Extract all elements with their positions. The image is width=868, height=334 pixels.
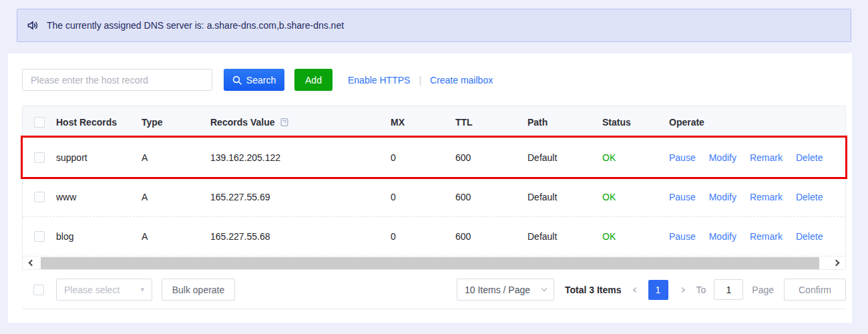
scrollbar-thumb[interactable] xyxy=(41,257,819,269)
banner-text: The currently assigned DNS server is: a.… xyxy=(47,20,344,31)
col-records-value: Records Value xyxy=(210,117,275,128)
record-type: A xyxy=(136,152,205,163)
page-size-select[interactable]: 10 Items / Page xyxy=(457,279,554,301)
page-label: Page xyxy=(752,285,774,295)
row-checkbox[interactable] xyxy=(34,231,45,242)
col-ttl: TTL xyxy=(450,117,522,128)
scroll-left-button[interactable] xyxy=(23,257,41,269)
display-format-icon[interactable] xyxy=(280,118,289,127)
bulk-operate-button[interactable]: Bulk operate xyxy=(162,279,235,301)
delete-link[interactable]: Delete xyxy=(796,192,823,202)
table-row-blog: blog A 165.227.55.68 0 600 Default OK Pa… xyxy=(23,216,845,256)
record-mx: 0 xyxy=(385,192,450,202)
records-table: Host Records Type Records Value MX TTL P… xyxy=(22,106,846,270)
select-all-checkbox[interactable] xyxy=(34,117,45,128)
delete-link[interactable]: Delete xyxy=(796,231,823,242)
operate-cell: Pause Modify Remark Delete xyxy=(664,231,845,242)
pause-link[interactable]: Pause xyxy=(669,192,696,202)
col-path: Path xyxy=(522,117,597,128)
pause-link[interactable]: Pause xyxy=(669,231,696,242)
scrollbar-track[interactable] xyxy=(41,257,827,269)
goto-page-input[interactable] xyxy=(714,279,743,300)
record-path: Default xyxy=(522,231,597,242)
host-record: www xyxy=(51,192,136,202)
remark-link[interactable]: Remark xyxy=(750,231,783,242)
modify-link[interactable]: Modify xyxy=(709,192,736,202)
record-status: OK xyxy=(597,152,664,163)
bulk-controls: Please select ▾ Bulk operate xyxy=(22,279,235,301)
operate-cell: Pause Modify Remark Delete xyxy=(664,192,845,202)
modify-link[interactable]: Modify xyxy=(709,152,736,163)
chevron-right-icon xyxy=(679,287,684,292)
toolbar: Search Add Enable HTTPS | Create mailbox xyxy=(22,69,846,91)
row-checkbox[interactable] xyxy=(34,152,45,163)
next-page-button[interactable] xyxy=(680,288,684,292)
scroll-right-button[interactable] xyxy=(827,257,845,269)
chevron-left-icon xyxy=(632,287,638,292)
chevron-left-icon xyxy=(29,260,35,267)
table-row-www: www A 165.227.55.69 0 600 Default OK Pau… xyxy=(23,177,845,216)
record-value: 165.227.55.68 xyxy=(205,231,385,242)
record-path: Default xyxy=(522,192,597,202)
row-checkbox[interactable] xyxy=(34,192,45,202)
table-header-row: Host Records Type Records Value MX TTL P… xyxy=(23,106,845,138)
magnifier-icon xyxy=(232,75,242,85)
record-ttl: 600 xyxy=(450,152,522,163)
speaker-icon xyxy=(26,19,39,32)
host-record: support xyxy=(51,152,136,163)
table-footer: Please select ▾ Bulk operate 10 Items / … xyxy=(22,279,846,309)
record-mx: 0 xyxy=(385,231,450,242)
record-value: 165.227.55.69 xyxy=(205,192,385,202)
search-button[interactable]: Search xyxy=(224,69,284,91)
dns-records-panel: Search Add Enable HTTPS | Create mailbox… xyxy=(8,53,852,323)
link-divider: | xyxy=(419,75,421,86)
col-status: Status xyxy=(597,117,664,128)
page-size-value: 10 Items / Page xyxy=(465,285,530,295)
record-ttl: 600 xyxy=(450,231,522,242)
record-mx: 0 xyxy=(385,152,450,163)
host-record: blog xyxy=(51,231,136,242)
col-mx: MX xyxy=(385,117,450,128)
dns-server-banner: The currently assigned DNS server is: a.… xyxy=(17,9,851,42)
confirm-button[interactable]: Confirm xyxy=(784,279,846,301)
remark-link[interactable]: Remark xyxy=(750,192,783,202)
search-input[interactable] xyxy=(22,69,212,91)
record-status: OK xyxy=(597,231,664,242)
bulk-select-placeholder: Please select xyxy=(64,285,120,295)
toolbar-links: Enable HTTPS | Create mailbox xyxy=(348,75,493,86)
col-operate: Operate xyxy=(664,117,845,128)
delete-link[interactable]: Delete xyxy=(796,152,823,163)
total-items-label: Total 3 Items xyxy=(565,285,622,295)
goto-label: To xyxy=(696,285,706,295)
record-path: Default xyxy=(522,152,597,163)
record-type: A xyxy=(136,231,205,242)
add-button[interactable]: Add xyxy=(294,69,333,91)
remark-link[interactable]: Remark xyxy=(750,152,783,163)
page-number-button[interactable]: 1 xyxy=(648,280,668,300)
record-type: A xyxy=(136,192,205,202)
operate-cell: Pause Modify Remark Delete xyxy=(664,152,845,163)
table-row-support: support A 139.162.205.122 0 600 Default … xyxy=(23,138,845,177)
pagination: 10 Items / Page Total 3 Items 1 To Page … xyxy=(457,279,846,301)
horizontal-scrollbar xyxy=(23,256,845,269)
footer-select-all-checkbox[interactable] xyxy=(33,285,44,295)
prev-page-button[interactable] xyxy=(634,288,638,292)
pause-link[interactable]: Pause xyxy=(669,152,696,163)
record-ttl: 600 xyxy=(450,192,522,202)
caret-down-icon: ▾ xyxy=(140,285,144,294)
chevron-down-icon xyxy=(541,286,547,291)
record-value: 139.162.205.122 xyxy=(205,152,385,163)
create-mailbox-link[interactable]: Create mailbox xyxy=(430,75,493,86)
record-status: OK xyxy=(597,192,664,202)
col-host-records: Host Records xyxy=(51,117,136,128)
enable-https-link[interactable]: Enable HTTPS xyxy=(348,75,410,86)
chevron-right-icon xyxy=(833,260,840,267)
modify-link[interactable]: Modify xyxy=(709,231,736,242)
search-button-label: Search xyxy=(246,75,276,86)
bulk-action-select[interactable]: Please select ▾ xyxy=(56,279,152,301)
col-type: Type xyxy=(136,117,205,128)
